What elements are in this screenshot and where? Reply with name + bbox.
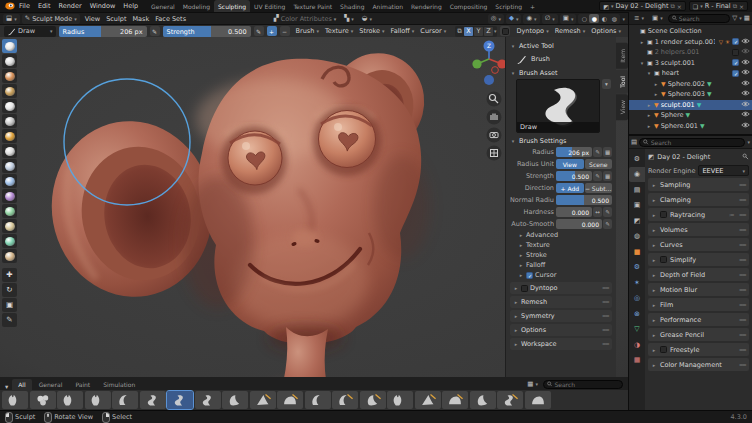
- expand-icon[interactable]: ▾: [639, 60, 645, 66]
- tool-draw-sharp[interactable]: [2, 54, 17, 68]
- tool-transform[interactable]: ▣: [2, 298, 17, 312]
- menu-help[interactable]: Help: [119, 2, 142, 10]
- visibility-toggle[interactable]: [741, 38, 750, 46]
- normal-radius-slider[interactable]: 0.500: [556, 195, 612, 205]
- brush-thumbnail[interactable]: [250, 391, 276, 409]
- brush-thumbnail[interactable]: [167, 391, 193, 409]
- tab-animation[interactable]: Animation: [368, 0, 407, 12]
- view-layer-selector[interactable]: ❏▾ R - Final ⧉ ×: [689, 1, 748, 11]
- pressure-icon[interactable]: ✎: [603, 207, 612, 217]
- mirror-y-toggle[interactable]: Y: [474, 27, 483, 36]
- brush-thumbnail[interactable]: [140, 391, 166, 409]
- outliner-options-icon[interactable]: ▦: [744, 15, 750, 22]
- visibility-toggle[interactable]: [741, 122, 750, 130]
- subpanel-stroke[interactable]: ▸Stroke: [510, 250, 612, 260]
- menu-mask[interactable]: Mask: [129, 15, 152, 23]
- active-tool-brush[interactable]: Brush: [510, 51, 612, 67]
- menu-dyntopo[interactable]: Dyntopo ▾: [513, 27, 551, 35]
- direction-option-subt[interactable]: − Subt…: [585, 183, 613, 193]
- shelf-tab-general[interactable]: General: [33, 379, 69, 390]
- tool-smooth[interactable]: [2, 159, 17, 173]
- panel-clamping[interactable]: ▸Clamping══: [648, 193, 749, 206]
- shelf-tab-simulation[interactable]: Simulation: [97, 379, 141, 390]
- properties-search[interactable]: [639, 138, 745, 147]
- shading-dropdown[interactable]: ▾: [622, 16, 625, 22]
- properties-editor-icon[interactable]: ▤: [631, 139, 637, 146]
- menu-remesh[interactable]: Remesh ▾: [552, 27, 589, 35]
- menu-sculpt[interactable]: Sculpt: [103, 15, 129, 23]
- panel-grease-pencil[interactable]: ▸Grease Pencil══: [648, 328, 749, 341]
- properties-tab-physics[interactable]: ◎: [629, 291, 645, 307]
- panel-freestyle[interactable]: ▸Freestyle══: [648, 343, 749, 356]
- brush-thumbnail[interactable]: [2, 391, 28, 409]
- new-collection-button[interactable]: ▣▾: [649, 13, 666, 23]
- subpanel-advanced[interactable]: ▸Advanced: [510, 230, 612, 240]
- auto-smooth-slider[interactable]: 0.000: [556, 219, 602, 229]
- overlays-icon[interactable]: ▣▾: [560, 14, 577, 24]
- sidebar-tab-item[interactable]: Item: [616, 43, 628, 69]
- tab-texture-paint[interactable]: Texture Paint: [289, 0, 336, 12]
- tab-uv-editing[interactable]: UV Editing: [250, 0, 289, 12]
- properties-search-input[interactable]: [651, 139, 742, 146]
- tab-modeling[interactable]: Modeling: [179, 0, 214, 12]
- outliner-row-sphere-003[interactable]: ▸▼Sphere.003▼: [629, 89, 752, 100]
- panel-workspace[interactable]: ▸Workspace══: [510, 338, 612, 350]
- properties-tab-output[interactable]: ▤: [629, 182, 645, 198]
- camera-view-button[interactable]: [487, 128, 502, 143]
- tab-rendering[interactable]: Rendering: [407, 0, 446, 12]
- strength-slider[interactable]: 0.500: [556, 171, 592, 181]
- shading-rendered[interactable]: ◍: [609, 14, 619, 23]
- menu-view[interactable]: View: [82, 15, 103, 23]
- shelf-display-dropdown[interactable]: ▦▾: [524, 379, 541, 389]
- pressure-icon[interactable]: ✎: [603, 219, 612, 229]
- properties-tab-texture[interactable]: ▦: [629, 353, 645, 369]
- outliner-search[interactable]: [668, 14, 731, 23]
- tool-scrape[interactable]: [2, 189, 17, 203]
- tool-flatten[interactable]: [2, 174, 17, 188]
- new-scene-button[interactable]: ⧉: [670, 2, 674, 10]
- active-tool-panel-header[interactable]: ▾Active Tool: [510, 40, 612, 51]
- visibility-toggle[interactable]: [741, 101, 750, 109]
- brush-thumbnail[interactable]: [415, 391, 441, 409]
- properties-tab-object-data[interactable]: ▽: [629, 322, 645, 338]
- color-attributes-dropdown[interactable]: ▞ Color Attributes▾: [271, 14, 340, 24]
- brush-thumbnail[interactable]: [525, 391, 551, 409]
- tool-grab[interactable]: [2, 219, 17, 233]
- shelf-search-input[interactable]: [554, 381, 619, 388]
- brush-asset-panel-header[interactable]: ▾Brush Asset: [510, 67, 612, 78]
- panel-remesh[interactable]: ▸Remesh══: [510, 296, 612, 308]
- outliner-display-mode-dropdown[interactable]: ≡▾: [631, 13, 647, 23]
- radius-unit-option-view[interactable]: View: [556, 159, 584, 169]
- mirror-x-toggle[interactable]: X: [464, 27, 473, 36]
- direction-add-button[interactable]: +: [267, 26, 277, 36]
- raytracing-checkbox[interactable]: [660, 211, 667, 218]
- sculpt-option-toggle[interactable]: [500, 26, 510, 36]
- snapping-icon[interactable]: ◆▾: [506, 14, 522, 24]
- zoom-button[interactable]: [487, 92, 502, 107]
- properties-tab-scene[interactable]: ◩: [629, 213, 645, 229]
- menu-cursor[interactable]: Cursor ▾: [417, 27, 449, 35]
- subpanel-falloff[interactable]: ▸Falloff: [510, 260, 612, 270]
- freestyle-checkbox[interactable]: [660, 346, 667, 353]
- pan-button[interactable]: [487, 110, 502, 125]
- outliner-row-heart[interactable]: ▾▣heart: [629, 68, 752, 79]
- outliner-row-scene-collection[interactable]: ▣Scene Collection: [629, 26, 752, 37]
- brush-thumbnail[interactable]: [332, 391, 358, 409]
- tool-pinch[interactable]: [2, 204, 17, 218]
- 3d-viewport[interactable]: Z ✚↻▣✎ ▾Active Tool Brush ▾Brush Asset: [0, 37, 628, 410]
- panel-curves[interactable]: ▸Curves══: [648, 238, 749, 251]
- properties-tab-tool[interactable]: ⚙: [629, 151, 645, 167]
- delete-scene-button[interactable]: ×: [677, 3, 682, 10]
- strength-pressure-toggle[interactable]: ✎: [254, 26, 264, 36]
- brush-asset-dropdown[interactable]: ▾: [602, 79, 611, 89]
- expand-icon[interactable]: ▾: [646, 70, 652, 76]
- visibility-toggle[interactable]: [741, 48, 750, 56]
- panel-volumes[interactable]: ▸Volumes══: [648, 223, 749, 236]
- outliner-row-sculpt-001[interactable]: ▸▼sculpt.001▼: [629, 100, 752, 111]
- direction-option-add[interactable]: + Add: [556, 183, 584, 193]
- expand-icon[interactable]: ▸: [646, 102, 652, 108]
- radius-pressure-toggle[interactable]: ✎: [150, 26, 160, 36]
- shelf-tab-all[interactable]: All: [12, 379, 31, 390]
- brush-type-dropdown[interactable]: Draw▾: [4, 26, 56, 37]
- menu-options[interactable]: Options ▾: [588, 27, 624, 35]
